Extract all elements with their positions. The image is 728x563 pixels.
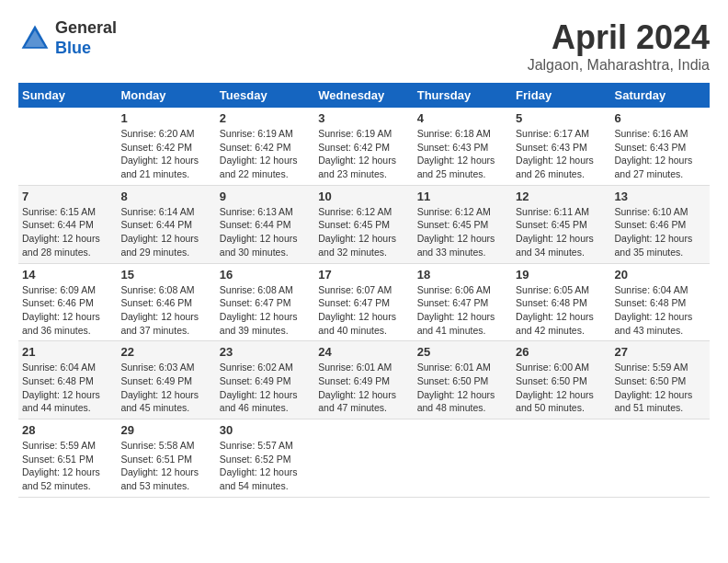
logo-icon [18, 22, 51, 55]
calendar-day-cell: 14Sunrise: 6:09 AMSunset: 6:46 PMDayligh… [18, 263, 117, 341]
calendar-day-cell [512, 419, 610, 498]
day-number: 3 [318, 111, 409, 125]
day-number: 18 [417, 268, 508, 282]
location-title: Jalgaon, Maharashtra, India [528, 57, 710, 74]
weekday-header-cell: Friday [512, 83, 610, 108]
calendar-day-cell: 4Sunrise: 6:18 AMSunset: 6:43 PMDaylight… [414, 108, 512, 185]
calendar-day-cell: 21Sunrise: 6:04 AMSunset: 6:48 PMDayligh… [18, 341, 117, 419]
calendar-day-cell: 12Sunrise: 6:11 AMSunset: 6:45 PMDayligh… [512, 185, 610, 263]
day-number: 26 [516, 345, 607, 359]
calendar-day-cell: 19Sunrise: 6:05 AMSunset: 6:48 PMDayligh… [512, 263, 610, 341]
calendar-day-cell: 8Sunrise: 6:14 AMSunset: 6:44 PMDaylight… [117, 185, 215, 263]
day-number: 11 [417, 190, 508, 203]
day-info: Sunrise: 6:04 AMSunset: 6:48 PMDaylight:… [22, 361, 113, 415]
calendar-day-cell: 28Sunrise: 5:59 AMSunset: 6:51 PMDayligh… [18, 419, 117, 498]
day-number: 8 [120, 190, 211, 203]
day-number: 19 [516, 268, 607, 282]
title-block: April 2024 Jalgaon, Maharashtra, India [528, 18, 710, 74]
calendar-day-cell: 2Sunrise: 6:19 AMSunset: 6:42 PMDaylight… [216, 108, 314, 185]
day-number: 25 [417, 345, 508, 359]
weekday-header-cell: Monday [117, 83, 215, 108]
weekday-header-cell: Tuesday [216, 83, 314, 108]
day-info: Sunrise: 6:00 AMSunset: 6:50 PMDaylight:… [516, 361, 607, 415]
day-info: Sunrise: 6:17 AMSunset: 6:43 PMDaylight:… [516, 127, 607, 181]
day-number: 9 [220, 190, 311, 203]
day-number: 21 [22, 345, 113, 359]
weekday-header-cell: Sunday [18, 83, 117, 108]
day-number: 22 [120, 345, 211, 359]
calendar-day-cell: 29Sunrise: 5:58 AMSunset: 6:51 PMDayligh… [117, 419, 215, 498]
day-number: 16 [220, 268, 311, 282]
calendar-day-cell: 1Sunrise: 6:20 AMSunset: 6:42 PMDaylight… [117, 108, 215, 185]
day-info: Sunrise: 6:07 AMSunset: 6:47 PMDaylight:… [318, 283, 409, 338]
day-info: Sunrise: 6:01 AMSunset: 6:49 PMDaylight:… [318, 361, 409, 415]
calendar-day-cell: 13Sunrise: 6:10 AMSunset: 6:46 PMDayligh… [611, 185, 710, 263]
day-number: 7 [22, 190, 113, 203]
calendar-week-row: 21Sunrise: 6:04 AMSunset: 6:48 PMDayligh… [18, 341, 710, 419]
day-info: Sunrise: 6:19 AMSunset: 6:42 PMDaylight:… [318, 127, 409, 181]
calendar-body: 1Sunrise: 6:20 AMSunset: 6:42 PMDaylight… [18, 108, 710, 497]
calendar-table: SundayMondayTuesdayWednesdayThursdayFrid… [18, 83, 710, 498]
day-info: Sunrise: 6:01 AMSunset: 6:50 PMDaylight:… [417, 361, 508, 415]
calendar-day-cell [414, 419, 512, 498]
calendar-day-cell: 10Sunrise: 6:12 AMSunset: 6:45 PMDayligh… [314, 185, 413, 263]
calendar-day-cell: 7Sunrise: 6:15 AMSunset: 6:44 PMDaylight… [18, 185, 117, 263]
day-info: Sunrise: 6:18 AMSunset: 6:43 PMDaylight:… [417, 127, 508, 181]
day-info: Sunrise: 6:15 AMSunset: 6:44 PMDaylight:… [22, 205, 113, 259]
calendar-week-row: 14Sunrise: 6:09 AMSunset: 6:46 PMDayligh… [18, 263, 710, 341]
day-number: 23 [220, 345, 311, 359]
day-number: 29 [120, 423, 211, 437]
day-number: 13 [615, 190, 706, 203]
day-info: Sunrise: 6:16 AMSunset: 6:43 PMDaylight:… [615, 127, 706, 181]
weekday-header-cell: Thursday [414, 83, 512, 108]
day-number: 14 [22, 268, 113, 282]
day-info: Sunrise: 6:08 AMSunset: 6:46 PMDaylight:… [120, 283, 211, 338]
day-info: Sunrise: 5:58 AMSunset: 6:51 PMDaylight:… [120, 439, 211, 493]
logo-text: General Blue [55, 18, 117, 58]
day-info: Sunrise: 6:11 AMSunset: 6:45 PMDaylight:… [516, 205, 607, 259]
day-number: 27 [615, 345, 706, 359]
day-number: 17 [318, 268, 409, 282]
calendar-day-cell [18, 108, 117, 185]
day-info: Sunrise: 6:02 AMSunset: 6:49 PMDaylight:… [220, 361, 311, 415]
day-info: Sunrise: 6:14 AMSunset: 6:44 PMDaylight:… [120, 205, 211, 259]
calendar-week-row: 1Sunrise: 6:20 AMSunset: 6:42 PMDaylight… [18, 108, 710, 185]
calendar-day-cell: 11Sunrise: 6:12 AMSunset: 6:45 PMDayligh… [414, 185, 512, 263]
logo: General Blue [18, 18, 117, 58]
day-number: 28 [22, 423, 113, 437]
calendar-day-cell: 9Sunrise: 6:13 AMSunset: 6:44 PMDaylight… [216, 185, 314, 263]
calendar-day-cell: 6Sunrise: 6:16 AMSunset: 6:43 PMDaylight… [611, 108, 710, 185]
calendar-day-cell [611, 419, 710, 498]
calendar-day-cell: 18Sunrise: 6:06 AMSunset: 6:47 PMDayligh… [414, 263, 512, 341]
page-header: General Blue April 2024 Jalgaon, Maharas… [18, 18, 710, 74]
day-info: Sunrise: 6:20 AMSunset: 6:42 PMDaylight:… [120, 127, 211, 181]
calendar-day-cell: 24Sunrise: 6:01 AMSunset: 6:49 PMDayligh… [314, 341, 413, 419]
calendar-day-cell: 27Sunrise: 5:59 AMSunset: 6:50 PMDayligh… [611, 341, 710, 419]
calendar-week-row: 7Sunrise: 6:15 AMSunset: 6:44 PMDaylight… [18, 185, 710, 263]
day-number: 6 [615, 111, 706, 125]
weekday-header-cell: Saturday [611, 83, 710, 108]
calendar-day-cell: 16Sunrise: 6:08 AMSunset: 6:47 PMDayligh… [216, 263, 314, 341]
day-info: Sunrise: 6:12 AMSunset: 6:45 PMDaylight:… [417, 205, 508, 259]
day-info: Sunrise: 6:06 AMSunset: 6:47 PMDaylight:… [417, 283, 508, 338]
day-number: 1 [120, 111, 211, 125]
calendar-header-row: SundayMondayTuesdayWednesdayThursdayFrid… [18, 83, 710, 108]
calendar-day-cell [314, 419, 413, 498]
day-number: 12 [516, 190, 607, 203]
day-number: 10 [318, 190, 409, 203]
day-number: 30 [220, 423, 311, 437]
day-number: 5 [516, 111, 607, 125]
calendar-day-cell: 3Sunrise: 6:19 AMSunset: 6:42 PMDaylight… [314, 108, 413, 185]
day-info: Sunrise: 6:09 AMSunset: 6:46 PMDaylight:… [22, 283, 113, 338]
day-info: Sunrise: 6:19 AMSunset: 6:42 PMDaylight:… [220, 127, 311, 181]
day-info: Sunrise: 5:57 AMSunset: 6:52 PMDaylight:… [220, 439, 311, 493]
day-info: Sunrise: 5:59 AMSunset: 6:51 PMDaylight:… [22, 439, 113, 493]
day-number: 2 [220, 111, 311, 125]
day-info: Sunrise: 6:10 AMSunset: 6:46 PMDaylight:… [615, 205, 706, 259]
day-number: 20 [615, 268, 706, 282]
calendar-day-cell: 26Sunrise: 6:00 AMSunset: 6:50 PMDayligh… [512, 341, 610, 419]
day-info: Sunrise: 6:05 AMSunset: 6:48 PMDaylight:… [516, 283, 607, 338]
day-info: Sunrise: 6:13 AMSunset: 6:44 PMDaylight:… [220, 205, 311, 259]
calendar-day-cell: 22Sunrise: 6:03 AMSunset: 6:49 PMDayligh… [117, 341, 215, 419]
day-info: Sunrise: 6:04 AMSunset: 6:48 PMDaylight:… [615, 283, 706, 338]
